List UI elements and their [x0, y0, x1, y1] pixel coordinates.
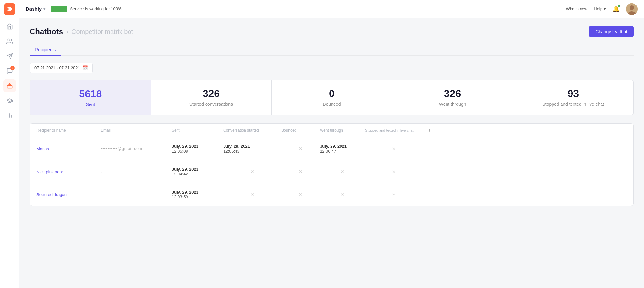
stat-stopped-label: Stopped and texted in live chat — [519, 102, 627, 107]
cell-bounced-sourreddragon: ✕ — [281, 191, 320, 198]
status-bar-fill — [51, 6, 67, 12]
user-avatar[interactable] — [626, 3, 638, 15]
stat-went-through[interactable]: 326 Went through — [392, 80, 513, 115]
tabs: Recipients — [30, 44, 634, 56]
header-email: Email — [101, 127, 172, 134]
date-filter[interactable]: 07.21.2021 - 07.31.2021 📅 — [30, 63, 93, 73]
bell-dot — [618, 5, 620, 7]
stat-sent-number: 5618 — [37, 88, 144, 100]
status-bar-container — [51, 6, 67, 12]
topbar-status: Service is working for 100% — [51, 6, 121, 12]
page-header: Chatbots › Competitor matrix bot Change … — [30, 26, 634, 37]
chat-badge: 2 — [10, 66, 15, 70]
svg-point-10 — [630, 5, 634, 10]
cell-stopped-nicepinkpear: ✕ — [365, 168, 423, 175]
breadcrumb-separator: › — [66, 28, 68, 35]
cell-sent-manas: July, 29, 2021 12:05:08 — [172, 143, 223, 154]
cell-went-manas: July, 29, 2021 12:06:47 — [320, 143, 365, 154]
header-went-through: Went through — [320, 127, 365, 134]
sidebar-item-analytics[interactable] — [3, 109, 16, 122]
sidebar: 2 — [0, 0, 19, 288]
date-filter-value: 07.21.2021 - 07.31.2021 — [34, 65, 80, 70]
cell-name-manas[interactable]: Manas — [36, 146, 101, 152]
header-stopped: Stopped and texted in live chat — [365, 127, 423, 134]
notification-bell[interactable]: 🔔 — [612, 5, 620, 13]
calendar-icon: 📅 — [83, 65, 88, 70]
sidebar-item-chatbots[interactable] — [3, 79, 16, 92]
cell-bounced-nicepinkpear: ✕ — [281, 168, 320, 175]
stat-started[interactable]: 326 Started conversations — [151, 80, 272, 115]
stat-went-number: 326 — [399, 88, 506, 100]
table-row: Nice pink pear - July, 29, 2021 12:04:42… — [30, 160, 633, 183]
whats-new-link[interactable]: What's new — [566, 6, 587, 11]
stat-sent-label: Sent — [37, 102, 144, 107]
cell-name-nicepinkpear[interactable]: Nice pink pear — [36, 169, 101, 175]
topbar-brand[interactable]: Dashly ▾ — [26, 6, 45, 12]
header-sent: Sent — [172, 127, 223, 134]
cell-stopped-manas: ✕ — [365, 145, 423, 152]
cell-email-sourreddragon: - — [101, 192, 172, 198]
cell-email-nicepinkpear: - — [101, 169, 172, 175]
svg-rect-4 — [7, 85, 12, 88]
cell-stopped-sourreddragon: ✕ — [365, 191, 423, 198]
cell-conv-manas: July, 29, 2021 12:06:43 — [223, 143, 281, 154]
cell-sent-nicepinkpear: July, 29, 2021 12:04:42 — [172, 166, 223, 177]
change-leadbot-button[interactable]: Change leadbot — [589, 26, 634, 37]
stat-sent[interactable]: 5618 Sent — [30, 80, 151, 115]
cell-action-nicepinkpear — [423, 171, 436, 172]
stat-stopped[interactable]: 93 Stopped and texted in live chat — [513, 80, 633, 115]
svg-point-1 — [8, 39, 10, 41]
table-row: Sour red dragon - July, 29, 2021 12:03:5… — [30, 183, 633, 206]
header-download: ⬇ — [423, 127, 436, 134]
cell-went-nicepinkpear: ✕ — [320, 168, 365, 175]
cell-name-sourreddragon[interactable]: Sour red dragon — [36, 192, 101, 198]
header-name: Recipient's name — [36, 127, 101, 134]
brand-name: Dashly — [26, 6, 42, 12]
breadcrumb-main: Chatbots — [30, 27, 63, 36]
sidebar-item-users[interactable] — [3, 35, 16, 48]
table-header-row: Recipient's name Email Sent Conversation… — [30, 124, 633, 137]
header-bounced: Bounced — [281, 127, 320, 134]
cell-went-sourreddragon: ✕ — [320, 191, 365, 198]
sidebar-logo[interactable] — [4, 3, 15, 15]
page-content: Chatbots › Competitor matrix bot Change … — [19, 18, 644, 288]
help-chevron-icon: ▾ — [604, 6, 606, 11]
recipients-table: Recipient's name Email Sent Conversation… — [30, 123, 634, 206]
sidebar-item-academy[interactable] — [3, 94, 16, 107]
breadcrumb: Chatbots › Competitor matrix bot — [30, 27, 133, 36]
cell-conv-nicepinkpear: ✕ — [223, 168, 281, 175]
help-link[interactable]: Help ▾ — [594, 6, 606, 11]
stat-stopped-number: 93 — [519, 88, 627, 100]
cell-action-sourreddragon — [423, 194, 436, 195]
stats-row: 5618 Sent 326 Started conversations 0 Bo… — [30, 80, 634, 115]
tab-recipients[interactable]: Recipients — [30, 44, 61, 56]
stat-bounced[interactable]: 0 Bounced — [272, 80, 392, 115]
table-row: Manas ••••••••••@gmail.com July, 29, 202… — [30, 137, 633, 160]
status-text: Service is working for 100% — [70, 6, 121, 11]
topbar-actions: What's new Help ▾ 🔔 — [566, 3, 638, 15]
stat-went-label: Went through — [399, 102, 506, 107]
main-area: Dashly ▾ Service is working for 100% Wha… — [19, 0, 644, 288]
topbar: Dashly ▾ Service is working for 100% Wha… — [19, 0, 644, 18]
brand-chevron-icon: ▾ — [43, 7, 45, 11]
stat-started-number: 326 — [158, 88, 265, 100]
cell-conv-sourreddragon: ✕ — [223, 191, 281, 198]
stat-started-label: Started conversations — [158, 102, 265, 107]
download-icon[interactable]: ⬇ — [423, 128, 436, 133]
stat-bounced-number: 0 — [278, 88, 386, 100]
sidebar-item-chat[interactable]: 2 — [3, 65, 16, 77]
sidebar-item-campaigns[interactable] — [3, 50, 16, 63]
cell-bounced-manas: ✕ — [281, 145, 320, 152]
stat-bounced-label: Bounced — [278, 102, 386, 107]
sidebar-item-home[interactable] — [3, 20, 16, 33]
header-conv-started: Conversation started — [223, 127, 281, 134]
cell-sent-sourreddragon: July, 29, 2021 12:03:59 — [172, 189, 223, 200]
cell-action-manas — [423, 148, 436, 149]
cell-email-manas: ••••••••••@gmail.com — [101, 146, 172, 152]
breadcrumb-sub: Competitor matrix bot — [72, 28, 133, 35]
